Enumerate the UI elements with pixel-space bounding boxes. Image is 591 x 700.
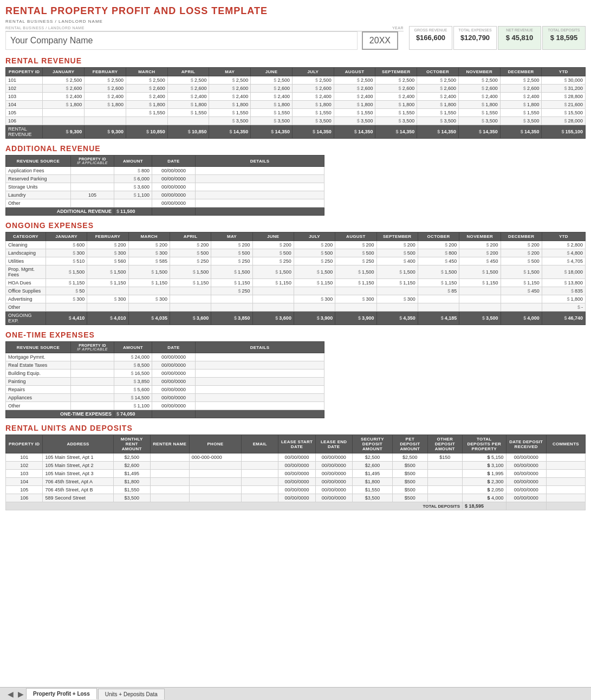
oe-cat-7: Other [6, 303, 46, 312]
rr-aug-2: $2,400 [334, 93, 375, 101]
ot-source-3: Painting [6, 378, 71, 386]
rr-jun-2: $2,400 [251, 93, 293, 101]
oe-nov-0: $200 [459, 241, 501, 249]
dep-ls-1: 00/00/0000 [278, 462, 315, 470]
dep-pet-4: $500 [393, 486, 427, 494]
oe-mar-6: $300 [128, 295, 170, 303]
dep-sec-1: $2,600 [352, 462, 392, 470]
th-oe-sep: SEPTEMBER [376, 232, 418, 241]
th-oe-jan: JANUARY [46, 232, 87, 241]
rr-ytd-3: $21,600 [542, 101, 586, 109]
ar-amount-3: $1,100 [114, 191, 152, 199]
gross-revenue-value: $166,600 [413, 34, 449, 42]
ot-propid-1 [71, 361, 114, 370]
rr-total-mar: $10,850 [126, 125, 167, 139]
ot-propid-4 [71, 386, 114, 394]
dep-comments-5 [546, 494, 585, 502]
oe-jul-4: $1,150 [294, 279, 335, 287]
total-expenses-label: TOTAL EXPENSES [457, 28, 493, 33]
dep-ls-2: 00/00/0000 [278, 470, 315, 478]
ar-details-0 [196, 167, 324, 175]
rr-feb-1: $2,600 [85, 85, 126, 93]
net-revenue-value: $ 45,810 [502, 34, 537, 42]
dep-ls-4: 00/00/0000 [278, 486, 315, 494]
oe-jun-0: $200 [252, 241, 294, 249]
ot-amount-5: $14,500 [114, 394, 152, 402]
oe-total-jan: $4,410 [46, 312, 87, 325]
oe-may-5: $250 [211, 287, 252, 295]
dep-id-4: 105 [6, 486, 43, 494]
oe-sep-1: $500 [376, 249, 418, 257]
th-oe-oct: OCTOBER [418, 232, 459, 241]
ot-details-5 [196, 394, 324, 402]
one-time-total-label: ONE-TIME EXPENSES [6, 410, 114, 418]
rr-mar-1: $2,600 [126, 85, 167, 93]
oe-sep-3: $1,500 [376, 265, 418, 279]
th-dep-other: OTHER DEPOSIT AMOUNT [427, 435, 462, 453]
dep-comments-1 [546, 462, 585, 470]
oe-may-4: $1,150 [211, 279, 252, 287]
rr-aug-1: $2,600 [334, 85, 375, 93]
dep-other-4 [427, 486, 462, 494]
dep-renter-1 [150, 462, 189, 470]
th-propid: PROPERTY ID [6, 68, 43, 76]
rr-feb-3: $1,800 [85, 101, 126, 109]
rr-oct-0: $2,500 [417, 76, 459, 85]
dep-le-5: 00/00/0000 [315, 494, 352, 502]
oe-sep-2: $400 [376, 257, 418, 265]
oe-ytd-6: $1,800 [542, 295, 585, 303]
dep-id-2: 103 [6, 470, 43, 478]
th-may: MAY [209, 68, 251, 76]
dep-email-3 [242, 478, 278, 486]
ar-amount-1: $6,000 [114, 175, 152, 183]
oe-aug-0: $200 [335, 241, 376, 249]
oe-may-3: $1,500 [211, 265, 252, 279]
th-dep-total: TOTAL DEPOSITS PER PROPERTY [463, 435, 506, 453]
dep-le-2: 00/00/0000 [315, 470, 352, 478]
rr-total-jun: $14,350 [251, 125, 293, 139]
ot-propid-3 [71, 378, 114, 386]
dep-phone-5 [189, 494, 242, 502]
oe-feb-1: $300 [87, 249, 128, 257]
rr-aug-0: $2,500 [334, 76, 375, 85]
dep-addr-2: 105 Main Street, Apt 3 [43, 470, 113, 478]
oe-oct-4: $1,150 [418, 279, 459, 287]
dep-phone-1 [189, 462, 242, 470]
ot-source-4: Repairs [6, 386, 71, 394]
rr-may-4: $1,550 [209, 109, 251, 117]
dep-pet-5: $500 [393, 494, 427, 502]
ot-source-2: Building Equip. [6, 370, 71, 378]
oe-apr-0: $200 [170, 241, 211, 249]
one-time-expenses-title: ONE-TIME EXPENSES [5, 330, 586, 339]
rr-jul-2: $2,400 [292, 93, 334, 101]
dep-renter-5 [150, 494, 189, 502]
rr-total-feb: $9,300 [85, 125, 126, 139]
ot-date-1: 00/00/0000 [152, 361, 196, 370]
ot-source-1: Real Estate Taxes [6, 361, 71, 370]
rr-apr-1: $2,600 [167, 85, 209, 93]
oe-apr-1: $500 [170, 249, 211, 257]
rental-revenue-table: PROPERTY ID JANUARY FEBRUARY MARCH APRIL… [5, 67, 586, 139]
rr-may-0: $2,500 [209, 76, 251, 85]
oe-jul-0: $200 [294, 241, 335, 249]
th-oe-jul: JULY [294, 232, 335, 241]
rr-jun-0: $2,500 [251, 76, 293, 85]
main-title: RENTAL PROPERTY PROFIT AND LOSS TEMPLATE [5, 5, 586, 17]
ot-propid-0 [71, 353, 114, 361]
th-oe-aug: AUGUST [335, 232, 376, 241]
th-propid2: PROPERTY IDif applicable [71, 155, 114, 167]
th-ytd: YTD [542, 68, 586, 76]
additional-revenue-table: REVENUE SOURCE PROPERTY IDif applicable … [5, 155, 324, 216]
rr-jul-4: $1,550 [292, 109, 334, 117]
ar-source-1: Reserved Parking [6, 175, 71, 183]
th-ot-date: DATE [152, 342, 196, 353]
subtitle: RENTAL BUSINESS / LANDLORD NAME [5, 19, 586, 24]
dep-id-3: 104 [6, 478, 43, 486]
oe-oct-1: $800 [418, 249, 459, 257]
dep-le-1: 00/00/0000 [315, 462, 352, 470]
th-source: REVENUE SOURCE [6, 155, 71, 167]
dep-total-4: $ 2,050 [463, 486, 506, 494]
th-dep-comments: COMMENTS [546, 435, 585, 453]
oe-cat-5: Office Supplies [6, 287, 46, 295]
rr-oct-4: $1,550 [417, 109, 459, 117]
